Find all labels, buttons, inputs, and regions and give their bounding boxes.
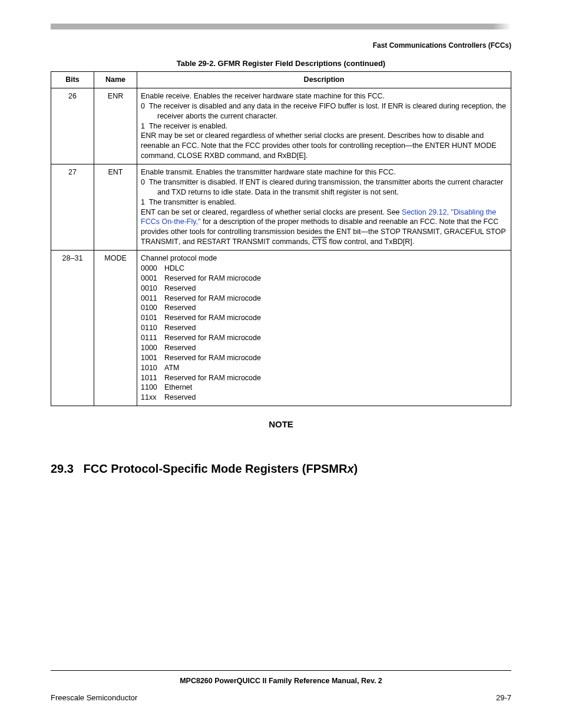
mode-val: Reserved for RAM microcode — [164, 274, 261, 284]
mode-code: 0000 — [141, 263, 164, 274]
tail-text: command, — [141, 151, 177, 160]
footer-left: Freescale Semiconductor — [51, 693, 137, 702]
smallcaps-text: RESTART TRANSMIT — [197, 238, 270, 246]
item-val: The receiver is disabled and any data in… — [149, 102, 506, 120]
mode-val: Reserved for RAM microcode — [164, 353, 261, 363]
tail-text: command, and RxBD[E]. — [224, 151, 308, 160]
smallcaps-text: ENTER HUNT MODE — [425, 141, 496, 150]
col-header-desc: Description — [137, 72, 511, 88]
mode-entry: 0101Reserved for RAM microcode — [141, 313, 507, 323]
mode-code: 0100 — [141, 303, 164, 313]
item-val: The receiver is enabled. — [149, 122, 227, 130]
mode-val: Reserved for RAM microcode — [164, 333, 261, 343]
note-heading: NOTE — [51, 419, 511, 429]
section-number: 29.3 — [51, 462, 74, 475]
cell-name: MODE — [94, 251, 137, 406]
mode-code: 1011 — [141, 373, 164, 383]
desc-tail: ENT can be set or cleared, regardless of… — [141, 207, 507, 248]
item-key: 0 — [141, 178, 145, 186]
section-title-post: ) — [354, 462, 358, 475]
mode-val: ATM — [164, 363, 179, 373]
cell-bits: 26 — [51, 88, 94, 164]
item-key: 1 — [141, 198, 145, 206]
mode-entry: 0011Reserved for RAM microcode — [141, 294, 507, 304]
footer-right: 29-7 — [496, 693, 511, 702]
mode-code: 0110 — [141, 323, 164, 333]
item-key: 1 — [141, 122, 145, 130]
mode-code: 1001 — [141, 353, 164, 363]
mode-code: 1010 — [141, 363, 164, 373]
mode-entry: 1010ATM — [141, 363, 507, 373]
mode-entry: 11xxReserved — [141, 393, 507, 403]
mode-entry: 0110Reserved — [141, 323, 507, 333]
mode-val: Reserved — [164, 323, 196, 333]
table-caption: Table 29-2. GFMR Register Field Descript… — [51, 59, 511, 68]
item-val: The transmitter is disabled. If ENT is c… — [149, 178, 503, 196]
table-header-row: Bits Name Description — [51, 72, 511, 88]
section-title-ital: x — [347, 462, 353, 475]
mode-val: Reserved — [164, 303, 196, 313]
mode-code: 1000 — [141, 343, 164, 353]
mode-val: Reserved — [164, 343, 196, 353]
smallcaps-text: CLOSE RXBD — [177, 151, 225, 160]
mode-entry: 0001Reserved for RAM microcode — [141, 274, 507, 284]
mode-val: Reserved for RAM microcode — [164, 313, 261, 323]
item-key: 0 — [141, 102, 145, 110]
tail-text: ENT can be set or cleared, regardless of… — [141, 208, 402, 216]
mode-code: 0101 — [141, 313, 164, 323]
cell-desc: Channel protocol mode 0000HDLC 0001Reser… — [137, 251, 511, 406]
mode-entry: 0100Reserved — [141, 303, 507, 313]
cell-name: ENT — [94, 164, 137, 251]
mode-val: Reserved for RAM microcode — [164, 373, 261, 383]
col-header-name: Name — [94, 72, 137, 88]
tail-text: commands, — [270, 238, 312, 246]
desc-lead: Enable transmit. Enables the transmitter… — [141, 167, 507, 177]
desc-item: 0 The transmitter is disabled. If ENT is… — [157, 177, 507, 197]
desc-lead: Enable receive. Enables the receiver har… — [141, 91, 507, 101]
mode-entry: 1100Ethernet — [141, 383, 507, 393]
page: Fast Communications Controllers (FCCs) T… — [0, 0, 562, 728]
mode-entry: 1000Reserved — [141, 343, 507, 353]
desc-item: 0 The receiver is disabled and any data … — [157, 101, 507, 121]
running-header: Fast Communications Controllers (FCCs) — [51, 41, 511, 50]
cell-name: ENR — [94, 88, 137, 164]
desc-item: 1 The transmitter is enabled. — [157, 197, 507, 207]
mode-code: 1100 — [141, 383, 164, 393]
register-table: Bits Name Description 26 ENR Enable rece… — [51, 71, 511, 406]
mode-entry: 0111Reserved for RAM microcode — [141, 333, 507, 343]
mode-code-list: 0000HDLC 0001Reserved for RAM microcode … — [141, 263, 507, 403]
table-row: 26 ENR Enable receive. Enables the recei… — [51, 88, 511, 164]
mode-val: Ethernet — [164, 383, 192, 393]
tail-text: , — [440, 228, 444, 236]
cell-bits: 27 — [51, 164, 94, 251]
overline-text: CTS — [312, 238, 327, 246]
mode-entry: 0000HDLC — [141, 263, 507, 274]
mode-val: Reserved — [164, 393, 196, 403]
mode-entry: 0010Reserved — [141, 284, 507, 294]
mode-entry: 1001Reserved for RAM microcode — [141, 353, 507, 363]
col-header-bits: Bits — [51, 72, 94, 88]
mode-code: 0001 — [141, 274, 164, 284]
mode-val: Reserved — [164, 284, 196, 294]
footer-manual-title: MPC8260 PowerQUICC II Family Reference M… — [51, 677, 511, 685]
tail-text: , and — [178, 238, 197, 246]
mode-val: HDLC — [164, 263, 184, 274]
mode-val: Reserved for RAM microcode — [164, 294, 261, 304]
table-row: 28–31 MODE Channel protocol mode 0000HDL… — [51, 251, 511, 406]
top-rule — [51, 24, 511, 29]
section-title-pre: FCC Protocol-Specific Mode Registers (FP… — [84, 462, 348, 475]
item-val: The transmitter is enabled. — [149, 198, 236, 206]
desc-tail: ENR may be set or cleared regardless of … — [141, 131, 507, 161]
cell-desc: Enable receive. Enables the receiver har… — [137, 88, 511, 164]
mode-code: 11xx — [141, 393, 164, 403]
mode-entry: 1011Reserved for RAM microcode — [141, 373, 507, 383]
section-heading: 29.3 FCC Protocol-Specific Mode Register… — [51, 462, 511, 476]
mode-code: 0111 — [141, 333, 164, 343]
smallcaps-text: STOP TRANSMIT — [381, 228, 440, 236]
mode-code: 0010 — [141, 284, 164, 294]
cell-bits: 28–31 — [51, 251, 94, 406]
mode-code: 0011 — [141, 294, 164, 304]
desc-lead: Channel protocol mode — [141, 253, 507, 263]
cell-desc: Enable transmit. Enables the transmitter… — [137, 164, 511, 251]
desc-item: 1 The receiver is enabled. — [157, 121, 507, 131]
